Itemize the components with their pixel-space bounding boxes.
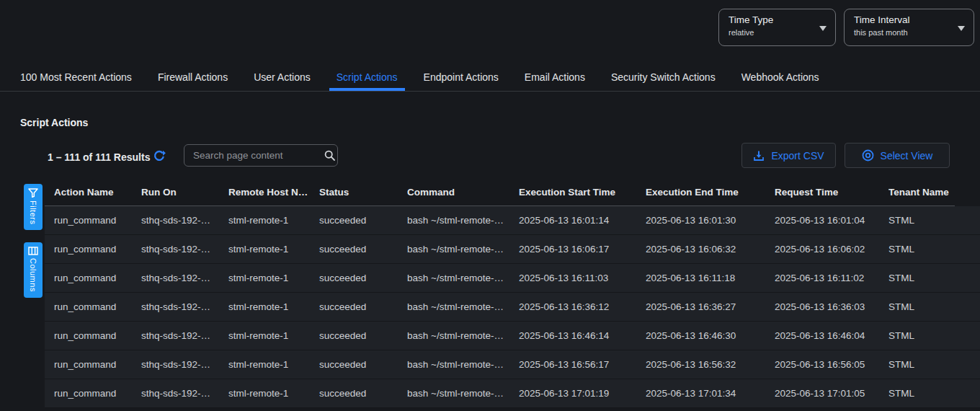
cell-request-time: 2025-06-13 16:01:04 [775, 215, 888, 226]
column-header-command[interactable]: Command [407, 187, 519, 198]
cell-tenant-name: STML [888, 215, 980, 226]
cell-status: succeeded [319, 244, 407, 255]
cell-request-time: 2025-06-13 16:11:02 [775, 273, 888, 283]
export-csv-label: Export CSV [771, 150, 824, 162]
cell-run-on: sthq-sds-192-… [141, 330, 228, 341]
cell-execution-start-time: 2025-06-13 16:01:14 [519, 215, 646, 226]
cell-command: bash ~/stml-remote-… [407, 244, 519, 255]
cell-action-name: run_command [54, 301, 141, 312]
cell-execution-start-time: 2025-06-13 16:36:12 [519, 301, 646, 312]
cell-execution-end-time: 2025-06-13 16:01:30 [646, 215, 775, 226]
cell-run-on: sthq-sds-192-… [141, 244, 228, 255]
cell-command: bash ~/stml-remote-… [407, 215, 519, 226]
cell-status: succeeded [319, 273, 407, 283]
eye-icon [862, 149, 874, 162]
tab-bar: 100 Most Recent ActionsFirewall ActionsU… [0, 63, 980, 92]
cell-execution-end-time: 2025-06-13 16:56:32 [646, 359, 775, 370]
chevron-down-icon [958, 26, 965, 31]
time-type-dropdown[interactable]: Time Type relative [718, 9, 836, 46]
cell-request-time: 2025-06-13 16:06:02 [775, 244, 888, 255]
select-view-button[interactable]: Select View [845, 143, 950, 168]
cell-action-name: run_command [54, 273, 141, 283]
time-type-label: Time Type [729, 14, 816, 25]
column-header-request-time[interactable]: Request Time [775, 187, 888, 198]
filters-button[interactable]: Filters [24, 184, 43, 230]
tab-webhook-actions[interactable]: Webhook Actions [734, 63, 827, 91]
cell-command: bash ~/stml-remote-… [407, 359, 519, 370]
cell-request-time: 2025-06-13 16:36:03 [775, 301, 888, 312]
cell-execution-end-time: 2025-06-13 16:46:30 [646, 330, 775, 341]
refresh-icon[interactable] [153, 150, 166, 163]
cell-run-on: sthq-sds-192-… [141, 273, 228, 283]
results-count: 1 – 111 of 111 Results [48, 151, 150, 163]
download-icon [753, 150, 765, 162]
cell-tenant-name: STML [888, 388, 980, 399]
cell-status: succeeded [319, 301, 407, 312]
cell-tenant-name: STML [888, 330, 980, 341]
column-header-run-on[interactable]: Run On [141, 187, 228, 198]
cell-execution-start-time: 2025-06-13 16:56:17 [519, 359, 646, 370]
cell-command: bash ~/stml-remote-… [407, 330, 519, 341]
table-row[interactable]: run_commandsthq-sds-192-…stml-remote-1su… [45, 350, 980, 379]
tab-100-most-recent-actions[interactable]: 100 Most Recent Actions [13, 63, 139, 91]
search-box [184, 144, 338, 167]
table-row[interactable]: run_commandsthq-sds-192-…stml-remote-1su… [45, 322, 980, 350]
time-interval-value: this past month [854, 28, 955, 37]
table-row[interactable]: run_commandsthq-sds-192-…stml-remote-1su… [45, 206, 980, 235]
cell-action-name: run_command [54, 244, 141, 255]
column-header-status[interactable]: Status [319, 187, 407, 198]
time-interval-dropdown[interactable]: Time Interval this past month [844, 9, 974, 46]
table-row[interactable]: run_commandsthq-sds-192-…stml-remote-1su… [45, 293, 980, 322]
cell-remote-host-n: stml-remote-1 [228, 301, 319, 312]
cell-action-name: run_command [54, 388, 141, 399]
select-view-label: Select View [881, 150, 933, 162]
cell-action-name: run_command [54, 215, 141, 226]
cell-command: bash ~/stml-remote-… [407, 273, 519, 283]
script-actions-table: Action NameRun OnRemote Host N…StatusCom… [45, 179, 980, 411]
cell-run-on: sthq-sds-192-… [141, 388, 228, 399]
cell-remote-host-n: stml-remote-1 [228, 359, 319, 370]
cell-run-on: sthq-sds-192-… [141, 359, 228, 370]
tab-firewall-actions[interactable]: Firewall Actions [151, 63, 235, 91]
cell-execution-end-time: 2025-06-13 16:11:18 [646, 273, 775, 283]
columns-button[interactable]: Columns [24, 242, 43, 298]
tab-endpoint-actions[interactable]: Endpoint Actions [416, 63, 506, 91]
cell-request-time: 2025-06-13 17:01:05 [775, 388, 888, 399]
column-header-tenant-name[interactable]: Tenant Name [888, 187, 955, 198]
tab-security-switch-actions[interactable]: Security Switch Actions [604, 63, 723, 91]
tab-email-actions[interactable]: Email Actions [517, 63, 592, 91]
table-row[interactable]: run_commandsthq-sds-192-…stml-remote-1su… [45, 264, 980, 293]
cell-request-time: 2025-06-13 16:46:04 [775, 330, 888, 341]
cell-command: bash ~/stml-remote-… [407, 388, 519, 399]
cell-tenant-name: STML [888, 273, 980, 283]
cell-remote-host-n: stml-remote-1 [228, 244, 319, 255]
cell-status: succeeded [319, 388, 407, 399]
cell-execution-end-time: 2025-06-13 16:06:32 [646, 244, 775, 255]
column-header-execution-start-time[interactable]: Execution Start Time [519, 187, 646, 198]
cell-execution-start-time: 2025-06-13 16:11:03 [519, 273, 646, 283]
tab-user-actions[interactable]: User Actions [246, 63, 318, 91]
column-header-action-name[interactable]: Action Name [54, 187, 141, 198]
columns-icon [28, 247, 38, 255]
cell-remote-host-n: stml-remote-1 [228, 215, 319, 226]
table-body: run_commandsthq-sds-192-…stml-remote-1su… [45, 206, 980, 408]
table-row[interactable]: run_commandsthq-sds-192-…stml-remote-1su… [45, 235, 980, 264]
cell-execution-start-time: 2025-06-13 16:06:17 [519, 244, 646, 255]
table-row[interactable]: run_commandsthq-sds-192-…stml-remote-1su… [45, 379, 980, 408]
cell-request-time: 2025-06-13 16:56:05 [775, 359, 888, 370]
cell-action-name: run_command [54, 359, 141, 370]
search-icon[interactable] [324, 149, 336, 162]
cell-execution-end-time: 2025-06-13 16:36:27 [646, 301, 775, 312]
cell-tenant-name: STML [888, 244, 980, 255]
column-header-remote-host-n[interactable]: Remote Host N… [228, 187, 319, 198]
cell-execution-end-time: 2025-06-13 17:01:34 [646, 388, 775, 399]
cell-remote-host-n: stml-remote-1 [228, 388, 319, 399]
cell-execution-start-time: 2025-06-13 17:01:19 [519, 388, 646, 399]
filters-label: Filters [29, 200, 37, 224]
export-csv-button[interactable]: Export CSV [741, 143, 836, 168]
time-type-value: relative [729, 28, 816, 37]
search-input[interactable] [184, 150, 324, 161]
tab-script-actions[interactable]: Script Actions [329, 63, 405, 91]
cell-command: bash ~/stml-remote-… [407, 301, 519, 312]
column-header-execution-end-time[interactable]: Execution End Time [646, 187, 775, 198]
